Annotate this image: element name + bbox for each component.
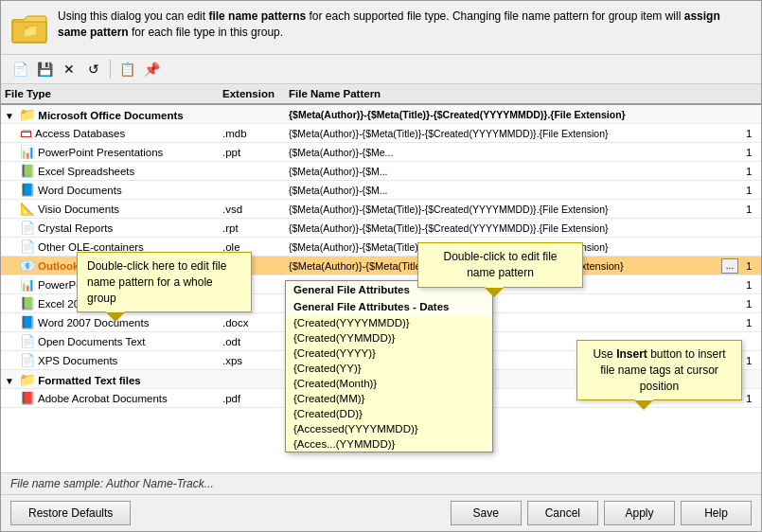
row-type-cell: 📐Visio Documents [1, 201, 219, 217]
row-pattern-cell: {$Meta(Author)}-{$Meta(Title)}-{$Created… [285, 127, 742, 140]
ellipsis-button[interactable]: ... [721, 258, 738, 274]
toolbar-copy-btn[interactable]: 📋 [115, 58, 138, 80]
row-pattern-cell: {$Meta(Author)}-{$Meta(Title)}-{$Created… [285, 203, 742, 216]
toolbar: 📄 💾 ✕ ↺ 📋 📌 [1, 55, 761, 84]
dropdown-item[interactable]: {Created(YYYYMMDD)} [286, 315, 492, 330]
sample-bar: File name sample: Author Name-Track... [1, 472, 761, 494]
row-ext-cell: .mdb [219, 127, 285, 140]
row-pattern-cell: {$Meta(Author)}-{$Meta(Title)}-{$Created… [285, 108, 742, 121]
folder-icon: 📁 [19, 372, 35, 387]
table-row[interactable]: 📄Crystal Reports .rpt {$Meta(Author)}-{$… [1, 219, 761, 238]
tooltip-insert-btn: Use Insert button to insert file name ta… [576, 340, 742, 400]
row-type-cell: 🗃Access Databases [1, 125, 219, 141]
row-num-cell [742, 227, 761, 229]
col-header-type: File Type [1, 87, 219, 100]
table-row[interactable]: 📘Word Documents {$Meta(Author)}-{$M... 1 [1, 181, 761, 200]
header-bar: 📁 Using this dialog you can edit file na… [1, 1, 761, 55]
row-ext-cell [219, 114, 285, 115]
tooltip-pattern-edit: Double-click to edit file name pattern [417, 242, 583, 288]
row-num-cell: 1 [742, 297, 761, 310]
toolbar-new-btn[interactable]: 📄 [9, 58, 31, 80]
col-header-pattern: File Name Pattern [285, 87, 761, 100]
row-num-cell: 1 [742, 259, 761, 273]
folder-icon: 📁 [10, 9, 48, 46]
row-num-cell: 1 [742, 354, 761, 367]
row-ext-cell: .docx [219, 316, 285, 329]
table-row[interactable]: 🗃Access Databases .mdb {$Meta(Author)}-{… [1, 124, 761, 143]
row-pattern-cell: {$Meta(Author)}-{$Me... [285, 146, 742, 159]
svg-text:📁: 📁 [22, 23, 39, 39]
dropdown-item[interactable]: {Created(MM)} [286, 391, 492, 406]
dropdown-item[interactable]: {Acces...(YYMMDD)} [286, 436, 492, 452]
toolbar-separator [110, 60, 111, 79]
row-num-cell [742, 341, 761, 343]
row-type-cell: 📄Open Documents Text [1, 333, 219, 349]
row-pattern-cell: {$Meta(Author)}-{$Meta(Title)}-{$Created… [285, 222, 742, 235]
restore-defaults-button[interactable]: Restore Defaults [10, 501, 131, 525]
row-ext-cell: .ppt [219, 146, 285, 159]
bottom-bar: Restore Defaults Save Cancel Apply Help [1, 494, 761, 531]
content-area: ▼ 📁 Microsoft Office Documents {$Meta(Au… [1, 105, 761, 472]
row-type-cell: 📗Excel Spreadsheets [1, 163, 219, 179]
expand-icon: ▼ [5, 111, 14, 121]
dropdown-item[interactable]: {Created(YYYY)} [286, 346, 492, 361]
dropdown-section-header-dates: General File Attributes - Dates [286, 298, 492, 315]
row-type-cell: 📊PowerPoint Presentations [1, 144, 219, 160]
toolbar-delete-btn[interactable]: ✕ [58, 58, 80, 80]
toolbar-refresh-btn[interactable]: ↺ [82, 58, 105, 80]
row-type-cell: ▼ 📁 Microsoft Office Documents [1, 106, 219, 123]
row-num-cell [742, 114, 761, 115]
help-button[interactable]: Help [681, 501, 752, 525]
row-num-cell: 1 [742, 203, 761, 216]
row-type-cell: 📘Word Documents [1, 182, 219, 198]
table-row[interactable]: ▼ 📁 Microsoft Office Documents {$Meta(Au… [1, 105, 761, 124]
sample-value: Author Name-Track... [106, 477, 214, 490]
row-num-cell: 1 [742, 165, 761, 178]
dropdown-item[interactable]: {Accessed(YYYYMMDD)} [286, 421, 492, 436]
row-pattern-cell: {$Meta(Author)}-{$M... [285, 184, 742, 197]
row-num-cell: 1 [742, 278, 761, 292]
row-ext-cell: .vsd [219, 203, 285, 216]
row-pattern-cell: {$Meta(Author)}-{$M... [285, 165, 742, 178]
row-type-cell: 📄Crystal Reports [1, 220, 219, 236]
row-num-cell: 1 [742, 127, 761, 140]
table-row[interactable]: 📗Excel Spreadsheets {$Meta(Author)}-{$M.… [1, 162, 761, 181]
dropdown-item[interactable]: {Created(YY)} [286, 361, 492, 376]
row-num-cell: 1 [742, 316, 761, 329]
row-num-cell: 1 [742, 392, 761, 405]
header-text: Using this dialog you can edit file name… [58, 9, 752, 41]
dropdown-item[interactable]: {Created(Month)} [286, 376, 492, 391]
dialog: 📁 Using this dialog you can edit file na… [0, 0, 762, 532]
tooltip-group-edit: Double-click here to edit file name patt… [77, 252, 252, 312]
action-buttons: Save Cancel Apply Help [451, 501, 752, 525]
dropdown-popup: General File Attributes General File Att… [285, 280, 493, 452]
row-ext-cell: .pdf [219, 392, 285, 405]
toolbar-paste-btn[interactable]: 📌 [140, 58, 163, 80]
dropdown-item[interactable]: {Created(YYMMDD)} [286, 330, 492, 346]
col-header-ext: Extension [219, 87, 285, 100]
apply-button[interactable]: Apply [604, 501, 675, 525]
sample-label: File name sample: [10, 477, 103, 490]
folder-icon: 📁 [19, 107, 35, 122]
row-ext-cell: .xps [219, 354, 285, 367]
row-ext-cell: .rpt [219, 222, 285, 235]
table-row[interactable]: 📐Visio Documents .vsd {$Meta(Author)}-{$… [1, 200, 761, 219]
row-type-cell: 📕Adobe Acrobat Documents [1, 390, 219, 406]
row-ext-cell: .odt [219, 335, 285, 348]
save-button[interactable]: Save [451, 501, 522, 525]
row-ext-cell [219, 379, 285, 381]
row-num-cell [742, 379, 761, 381]
dropdown-item[interactable]: {Created(DD)} [286, 406, 492, 421]
row-type-cell: ▼ 📁 Formatted Text files [1, 371, 219, 388]
cancel-button[interactable]: Cancel [527, 501, 598, 525]
table-header: File Type Extension File Name Pattern [1, 84, 761, 105]
table-row[interactable]: 📊PowerPoint Presentations .ppt {$Meta(Au… [1, 143, 761, 162]
row-num-cell: 1 [742, 184, 761, 197]
expand-icon: ▼ [5, 376, 14, 386]
row-ext-cell [219, 170, 285, 172]
row-type-cell: 📄XPS Documents [1, 352, 219, 368]
toolbar-save-btn[interactable]: 💾 [33, 58, 56, 80]
row-num-cell: 1 [742, 146, 761, 159]
row-num-cell [742, 246, 761, 248]
row-ext-cell [219, 189, 285, 191]
